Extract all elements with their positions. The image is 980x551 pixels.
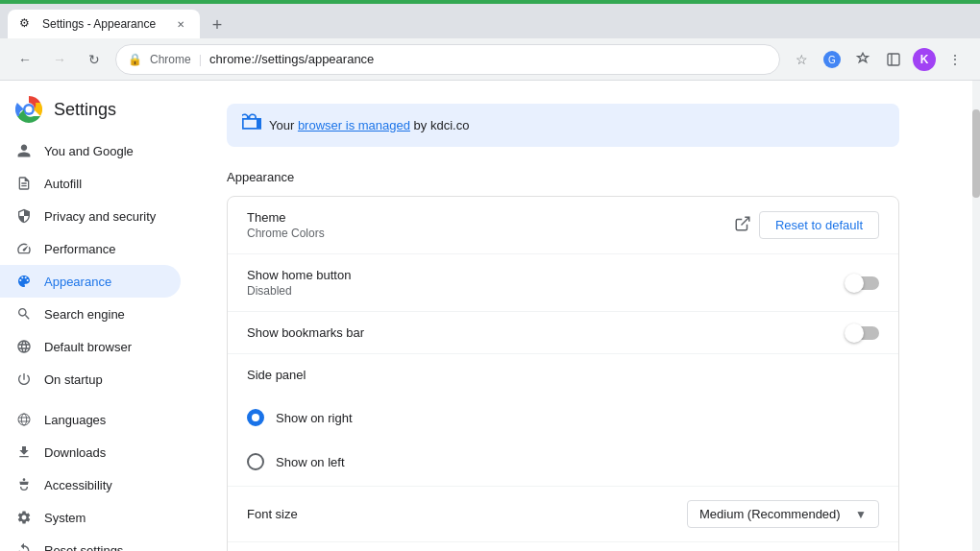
browser-frame: ⚙ Settings - Appearance ✕ + ← → ↻ 🔒 Chro… [0,0,980,551]
font-size-actions: Medium (Recommended) ▼ [687,500,879,528]
lock-icon: 🔒 [128,53,142,66]
svg-line-12 [741,217,748,225]
font-size-row: Font size Medium (Recommended) ▼ [228,487,898,542]
show-left-radio[interactable] [247,453,264,470]
toolbar-icons: ☆ G K ⋮ [788,46,968,73]
sidebar-item-languages[interactable]: Languages [0,403,181,436]
tab-title: Settings - Appearance [42,17,165,31]
address-bar-row: ← → ↻ 🔒 Chrome | chrome://settings/appea… [0,38,980,81]
sidebar: Settings You and Google Autofill [0,81,188,551]
new-tab-button[interactable]: + [204,12,231,38]
description-icon [15,175,33,192]
extensions-button[interactable] [849,46,876,73]
sidebar-item-on-startup[interactable]: On startup [0,363,181,395]
font-size-dropdown[interactable]: Medium (Recommended) ▼ [687,500,879,528]
tab-close-button[interactable]: ✕ [173,16,188,32]
side-panel-row: Side panel Show on right Show on left [228,354,898,487]
show-home-button-row: Show home button Disabled [228,254,898,312]
bookmark-star-button[interactable]: ☆ [788,46,815,73]
theme-actions: Reset to default [734,211,879,239]
tab-favicon: ⚙ [19,16,35,32]
download-icon [15,443,33,461]
sidebar-item-label: Downloads [44,445,106,460]
sidebar-item-label: Appearance [44,275,111,289]
home-button-toggle-thumb [845,274,864,293]
bookmarks-bar-toggle[interactable] [846,326,879,340]
side-panel-label: Side panel [247,368,306,382]
speed-icon [15,240,33,257]
bookmarks-bar-label: Show bookmarks bar [247,325,835,340]
font-size-dropdown-arrow: ▼ [855,508,867,521]
customize-fonts-row[interactable]: Customize fonts ► [228,542,898,551]
sidebar-item-downloads[interactable]: Downloads [0,436,181,468]
sidebar-item-privacy-security[interactable]: Privacy and security [0,200,181,232]
sidebar-item-accessibility[interactable]: Accessibility [0,468,181,501]
globe-icon [15,411,33,428]
theme-row: Theme Chrome Colors Reset to default [228,197,898,254]
managed-notice-text: Your browser is managed by kdci.co [269,118,469,132]
font-size-label: Font size [247,507,675,521]
theme-external-link-icon[interactable] [734,215,751,236]
active-tab[interactable]: ⚙ Settings - Appearance ✕ [8,10,200,38]
managed-link[interactable]: browser is managed [298,118,410,132]
appearance-settings-card: Theme Chrome Colors Reset to default [227,196,899,551]
main-content-area: Your browser is managed by kdci.co Appea… [188,81,938,551]
sidebar-navigation: You and Google Autofill Privacy and secu… [0,134,188,551]
sidebar-item-label: Default browser [44,340,132,354]
sidebar-item-you-and-google[interactable]: You and Google [0,134,181,167]
side-panel-toggle[interactable] [880,46,907,73]
profile-button[interactable]: K [911,46,938,73]
browser-content: Settings You and Google Autofill [0,81,980,551]
sidebar-item-autofill[interactable]: Autofill [0,167,181,200]
sidebar-item-reset-settings[interactable]: Reset settings [0,534,181,551]
sidebar-item-system[interactable]: System [0,501,181,534]
chrome-logo [15,96,42,123]
sidebar-item-performance[interactable]: Performance [0,232,181,265]
sidebar-item-label: Autofill [44,177,82,191]
search-icon [15,305,33,323]
font-size-label-group: Font size [247,507,675,521]
svg-point-6 [26,107,33,113]
theme-label-group: Theme Chrome Colors [247,210,723,240]
side-panel-show-left-option[interactable]: Show on left [247,445,364,478]
reset-to-default-button[interactable]: Reset to default [759,211,879,239]
home-button-toggle[interactable] [846,276,879,290]
show-right-radio[interactable] [247,409,264,426]
managed-icon [242,113,261,137]
show-right-label: Show on right [276,411,353,425]
sidebar-item-label: System [44,511,86,525]
url-text: chrome://settings/appearance [209,52,374,66]
sidebar-item-label: Reset settings [44,543,123,552]
home-button-label: Show home button [247,268,835,282]
sidebar-item-search-engine[interactable]: Search engine [0,298,181,330]
bookmarks-bar-toggle-thumb [845,323,864,343]
google-account-button[interactable]: G [819,46,845,73]
url-separator: | [199,52,202,66]
sidebar-item-label: Performance [44,242,115,256]
forward-button[interactable]: → [46,46,73,73]
refresh-button[interactable]: ↻ [81,46,108,73]
profile-avatar: K [913,48,936,71]
sidebar-item-label: Privacy and security [44,209,156,224]
site-label: Chrome [150,53,191,66]
managed-browser-notice: Your browser is managed by kdci.co [227,104,899,147]
theme-sublabel: Chrome Colors [247,227,723,240]
sidebar-item-appearance[interactable]: Appearance [0,265,181,298]
scrollbar-track[interactable] [972,81,980,551]
menu-button[interactable]: ⋮ [942,46,968,73]
back-button[interactable]: ← [12,46,38,73]
show-left-label: Show on left [276,455,345,469]
sidebar-item-default-browser[interactable]: Default browser [0,330,181,363]
svg-point-7 [18,414,30,425]
reset-icon [15,541,33,551]
language-icon [15,338,33,355]
sidebar-item-label: Languages [44,413,106,427]
side-panel-show-right-option[interactable]: Show on right [247,401,372,434]
appearance-section-title: Appearance [227,170,899,184]
settings-icon [15,509,33,526]
scrollbar-thumb[interactable] [972,109,980,197]
address-bar[interactable]: 🔒 Chrome | chrome://settings/appearance [115,44,780,75]
font-size-value: Medium (Recommended) [699,507,841,521]
sidebar-item-label: Search engine [44,307,125,322]
main-panel: Your browser is managed by kdci.co Appea… [188,81,980,551]
